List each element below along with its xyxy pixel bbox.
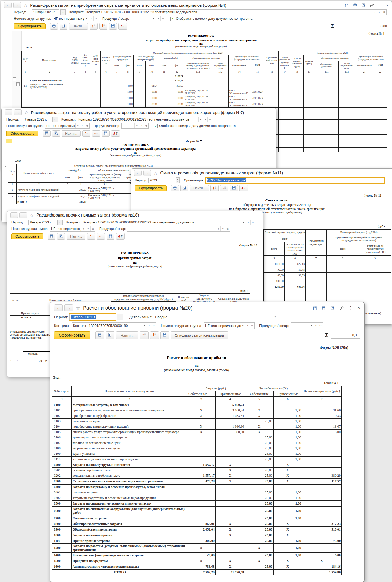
open-icon[interactable]: ⧉ xyxy=(144,123,148,128)
dropdown-icon[interactable]: ▾ xyxy=(75,123,80,128)
period-picker-button[interactable]: ... xyxy=(52,117,58,122)
autotext-button[interactable]: АТ xyxy=(118,23,127,30)
preview-button[interactable] xyxy=(52,130,60,137)
dropdown-icon[interactable]: ▾ xyxy=(272,314,278,320)
dropdown-icon[interactable]: ▾ xyxy=(373,10,377,15)
back-button[interactable]: ← xyxy=(10,212,18,218)
clear-icon[interactable]: × xyxy=(377,10,382,15)
save-button[interactable] xyxy=(102,130,110,137)
save-button[interactable] xyxy=(107,233,114,240)
clear-icon[interactable]: × xyxy=(147,323,151,329)
favorite-star-icon[interactable]: ☆ xyxy=(154,171,157,176)
save-button[interactable] xyxy=(230,185,238,191)
clear-icon[interactable]: × xyxy=(156,16,160,21)
clear-icon[interactable]: × xyxy=(80,123,85,128)
find-button[interactable]: Найти... xyxy=(190,185,209,191)
print-preview-icon[interactable] xyxy=(330,306,335,310)
favorite-star-icon[interactable]: ☆ xyxy=(24,110,28,115)
nomgroup-field[interactable]: НГ тест первичных документов ▾×⧉ xyxy=(52,16,98,21)
print-button[interactable] xyxy=(171,185,179,191)
more-menu-icon[interactable]: ⋮ xyxy=(348,306,353,310)
print-button[interactable] xyxy=(95,331,104,339)
sort-asc-button[interactable] xyxy=(87,233,95,240)
link-icon[interactable] xyxy=(339,306,344,310)
close-icon[interactable]: × xyxy=(386,3,388,7)
sort-asc-button[interactable] xyxy=(140,331,149,339)
open-icon[interactable]: ⧉ xyxy=(250,323,254,329)
dropdown-icon[interactable]: ▾ xyxy=(84,16,89,21)
save-button[interactable] xyxy=(160,331,169,339)
dropdown-icon[interactable]: ▾ xyxy=(241,220,246,225)
dropdown-icon[interactable]: ▾ xyxy=(81,226,86,231)
preview-button[interactable] xyxy=(60,23,67,30)
product-field[interactable]: ▾×⧉ xyxy=(291,322,323,329)
favorite-star-icon[interactable]: ☆ xyxy=(24,3,27,8)
forward-button[interactable]: → xyxy=(19,212,27,218)
forward-button[interactable]: → xyxy=(14,109,22,115)
print-button[interactable] xyxy=(50,23,58,30)
sum-icon[interactable]: Σ xyxy=(331,24,334,29)
sort-desc-button[interactable] xyxy=(99,23,107,30)
find-button[interactable]: Найти... xyxy=(116,331,138,339)
clear-icon[interactable]: × xyxy=(86,226,90,231)
close-icon[interactable]: × xyxy=(357,306,360,310)
detail-select[interactable]: Сводно ▾ xyxy=(154,314,278,320)
contract-field[interactable]: Контракт 1820187207052000018000123/2023 … xyxy=(77,117,212,122)
print-button[interactable] xyxy=(43,130,51,137)
period-field[interactable]: Январь 2023 г. xyxy=(32,9,59,15)
open-icon[interactable]: ⧉ xyxy=(151,323,156,329)
period-picker-button[interactable]: ... xyxy=(57,220,63,225)
more-menu-icon[interactable]: ⋮ xyxy=(378,3,382,7)
selected-cell-highlight[interactable] xyxy=(6,139,12,143)
forward-button[interactable]: → xyxy=(13,2,21,8)
clear-icon[interactable]: × xyxy=(246,220,250,225)
sort-desc-button[interactable] xyxy=(220,185,228,191)
clear-icon[interactable]: × xyxy=(139,123,144,128)
print-icon[interactable] xyxy=(321,306,326,310)
find-button[interactable]: Найти... xyxy=(62,130,81,137)
period-field[interactable]: Январь 2023 г. xyxy=(24,117,51,122)
forward-button[interactable]: → xyxy=(143,170,151,176)
dropdown-icon[interactable]: ▾ xyxy=(309,323,314,329)
open-icon[interactable]: ⧉ xyxy=(93,16,98,21)
contract-field[interactable]: Контракт 1820187207052000018000123/2023 … xyxy=(82,220,255,225)
product-field[interactable]: ▾×⧉ xyxy=(121,123,149,129)
nomgroup-field[interactable]: НГ тест первичных документов ▾×⧉ xyxy=(50,226,95,232)
autotext-button[interactable]: АТ xyxy=(111,130,120,137)
back-button[interactable]: ← xyxy=(134,170,142,176)
clear-icon[interactable]: × xyxy=(89,16,93,21)
open-icon[interactable]: ⧉ xyxy=(160,16,165,21)
save-icon[interactable] xyxy=(312,306,317,310)
period-picker-button[interactable]: ... xyxy=(60,9,66,15)
dropdown-icon[interactable]: ▾ xyxy=(216,226,220,231)
preview-button[interactable] xyxy=(106,331,114,339)
sort-asc-button[interactable] xyxy=(90,23,98,30)
calc-article-description-button[interactable]: Описание статьи калькуляции xyxy=(171,331,228,339)
generate-button[interactable]: Сформировать xyxy=(54,331,90,339)
dropdown-icon[interactable]: ▾ xyxy=(151,16,156,21)
show-docs-checkbox[interactable]: ✓ Отображать номер и дату документов кон… xyxy=(170,17,252,21)
generate-button[interactable]: Сформировать xyxy=(11,233,43,239)
sort-asc-button[interactable] xyxy=(82,130,90,137)
sum-icon[interactable]: Σ xyxy=(325,332,328,338)
print-button[interactable] xyxy=(48,233,55,240)
generate-button[interactable]: Сформировать xyxy=(14,23,46,29)
sort-asc-button[interactable] xyxy=(210,185,219,191)
sum-field[interactable]: 0.00 xyxy=(337,24,388,29)
nomgroup-field[interactable]: НГ тест первичных документов ▾×⧉ xyxy=(45,123,90,129)
dropdown-icon[interactable]: ▾ xyxy=(241,323,245,329)
open-icon[interactable]: ⧉ xyxy=(250,220,255,225)
product-field[interactable]: ▾×⧉ xyxy=(127,226,230,232)
sort-desc-button[interactable] xyxy=(92,130,100,137)
autotext-button[interactable]: АТ xyxy=(116,233,125,240)
open-icon[interactable]: ⧉ xyxy=(90,226,95,231)
save-button[interactable] xyxy=(109,23,117,30)
period-picker-button[interactable]: ... xyxy=(117,314,123,320)
back-button[interactable]: ← xyxy=(4,2,12,8)
dropdown-icon[interactable]: ▾ xyxy=(198,117,203,122)
favorite-star-icon[interactable]: ☆ xyxy=(76,305,80,311)
collapse-group-button[interactable]: − xyxy=(13,77,16,81)
autotext-button[interactable]: АТ xyxy=(239,185,248,191)
contract-field[interactable]: Контракт 18201872070520000180 ▾×⧉ xyxy=(72,322,156,329)
clear-icon[interactable]: × xyxy=(245,323,250,329)
